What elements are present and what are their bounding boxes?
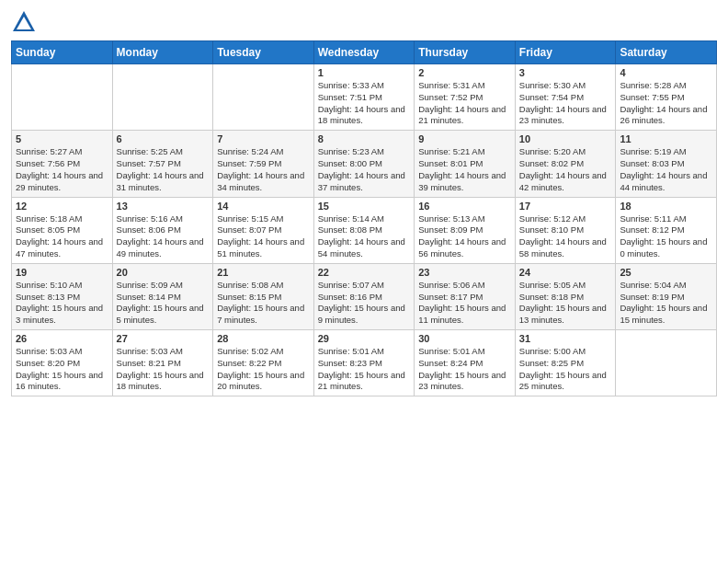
day-number: 4 xyxy=(620,67,712,78)
header-wednesday: Wednesday xyxy=(313,41,415,64)
header xyxy=(11,9,717,35)
header-sunday: Sunday xyxy=(12,41,113,64)
calendar-cell: 28Sunrise: 5:02 AM Sunset: 8:22 PM Dayli… xyxy=(213,330,314,396)
calendar-cell: 16Sunrise: 5:13 AM Sunset: 8:09 PM Dayli… xyxy=(415,197,516,263)
header-friday: Friday xyxy=(515,41,616,64)
calendar-cell: 4Sunrise: 5:28 AM Sunset: 7:55 PM Daylig… xyxy=(616,64,717,131)
weekday-header-row: Sunday Monday Tuesday Wednesday Thursday… xyxy=(12,41,717,64)
day-number: 16 xyxy=(418,201,511,212)
calendar-cell: 13Sunrise: 5:16 AM Sunset: 8:06 PM Dayli… xyxy=(112,197,213,263)
day-detail: Sunrise: 5:05 AM Sunset: 8:18 PM Dayligh… xyxy=(519,280,612,327)
day-detail: Sunrise: 5:01 AM Sunset: 8:23 PM Dayligh… xyxy=(318,346,411,393)
day-detail: Sunrise: 5:20 AM Sunset: 8:02 PM Dayligh… xyxy=(519,146,612,193)
day-detail: Sunrise: 5:23 AM Sunset: 8:00 PM Dayligh… xyxy=(318,146,411,193)
day-detail: Sunrise: 5:04 AM Sunset: 8:19 PM Dayligh… xyxy=(620,280,712,327)
calendar-cell: 14Sunrise: 5:15 AM Sunset: 8:07 PM Dayli… xyxy=(213,197,314,263)
calendar-cell: 2Sunrise: 5:31 AM Sunset: 7:52 PM Daylig… xyxy=(415,64,516,131)
day-detail: Sunrise: 5:06 AM Sunset: 8:17 PM Dayligh… xyxy=(418,280,511,327)
week-row-3: 12Sunrise: 5:18 AM Sunset: 8:05 PM Dayli… xyxy=(12,197,717,263)
calendar-cell: 10Sunrise: 5:20 AM Sunset: 8:02 PM Dayli… xyxy=(515,131,616,197)
day-detail: Sunrise: 5:07 AM Sunset: 8:16 PM Dayligh… xyxy=(318,280,411,327)
week-row-4: 19Sunrise: 5:10 AM Sunset: 8:13 PM Dayli… xyxy=(12,263,717,329)
calendar-cell: 18Sunrise: 5:11 AM Sunset: 8:12 PM Dayli… xyxy=(616,197,717,263)
calendar-cell: 12Sunrise: 5:18 AM Sunset: 8:05 PM Dayli… xyxy=(12,197,113,263)
calendar-cell: 6Sunrise: 5:25 AM Sunset: 7:57 PM Daylig… xyxy=(112,131,213,197)
day-detail: Sunrise: 5:10 AM Sunset: 8:13 PM Dayligh… xyxy=(16,280,108,327)
day-detail: Sunrise: 5:16 AM Sunset: 8:06 PM Dayligh… xyxy=(117,213,210,260)
day-number: 28 xyxy=(217,333,310,344)
day-detail: Sunrise: 5:09 AM Sunset: 8:14 PM Dayligh… xyxy=(117,280,210,327)
day-number: 12 xyxy=(16,201,108,212)
week-row-5: 26Sunrise: 5:03 AM Sunset: 8:20 PM Dayli… xyxy=(12,330,717,396)
logo xyxy=(11,9,40,35)
day-number: 11 xyxy=(620,133,712,144)
calendar-cell: 21Sunrise: 5:08 AM Sunset: 8:15 PM Dayli… xyxy=(213,263,314,329)
week-row-2: 5Sunrise: 5:27 AM Sunset: 7:56 PM Daylig… xyxy=(12,131,717,197)
day-number: 6 xyxy=(117,133,210,144)
calendar-cell xyxy=(213,64,314,131)
day-detail: Sunrise: 5:12 AM Sunset: 8:10 PM Dayligh… xyxy=(519,213,612,260)
week-row-1: 1Sunrise: 5:33 AM Sunset: 7:51 PM Daylig… xyxy=(12,64,717,131)
day-detail: Sunrise: 5:14 AM Sunset: 8:08 PM Dayligh… xyxy=(318,213,411,260)
day-number: 2 xyxy=(418,67,511,78)
day-number: 22 xyxy=(318,267,411,278)
day-number: 19 xyxy=(16,267,108,278)
day-detail: Sunrise: 5:02 AM Sunset: 8:22 PM Dayligh… xyxy=(217,346,310,393)
day-detail: Sunrise: 5:11 AM Sunset: 8:12 PM Dayligh… xyxy=(620,213,712,260)
calendar-cell: 22Sunrise: 5:07 AM Sunset: 8:16 PM Dayli… xyxy=(313,263,415,329)
day-number: 13 xyxy=(117,201,210,212)
calendar-cell: 15Sunrise: 5:14 AM Sunset: 8:08 PM Dayli… xyxy=(313,197,415,263)
day-number: 20 xyxy=(117,267,210,278)
day-detail: Sunrise: 5:24 AM Sunset: 7:59 PM Dayligh… xyxy=(217,146,310,193)
calendar-cell: 30Sunrise: 5:01 AM Sunset: 8:24 PM Dayli… xyxy=(415,330,516,396)
day-detail: Sunrise: 5:31 AM Sunset: 7:52 PM Dayligh… xyxy=(418,80,511,127)
calendar-cell: 11Sunrise: 5:19 AM Sunset: 8:03 PM Dayli… xyxy=(616,131,717,197)
day-detail: Sunrise: 5:30 AM Sunset: 7:54 PM Dayligh… xyxy=(519,80,612,127)
day-detail: Sunrise: 5:08 AM Sunset: 8:15 PM Dayligh… xyxy=(217,280,310,327)
calendar-cell: 29Sunrise: 5:01 AM Sunset: 8:23 PM Dayli… xyxy=(313,330,415,396)
day-detail: Sunrise: 5:33 AM Sunset: 7:51 PM Dayligh… xyxy=(318,80,411,127)
calendar-cell: 27Sunrise: 5:03 AM Sunset: 8:21 PM Dayli… xyxy=(112,330,213,396)
calendar-cell: 5Sunrise: 5:27 AM Sunset: 7:56 PM Daylig… xyxy=(12,131,113,197)
day-number: 10 xyxy=(519,133,612,144)
header-saturday: Saturday xyxy=(616,41,717,64)
header-tuesday: Tuesday xyxy=(213,41,314,64)
day-number: 23 xyxy=(418,267,511,278)
day-number: 18 xyxy=(620,201,712,212)
day-number: 31 xyxy=(519,333,612,344)
day-number: 30 xyxy=(418,333,511,344)
page: Sunday Monday Tuesday Wednesday Thursday… xyxy=(0,0,728,563)
day-detail: Sunrise: 5:28 AM Sunset: 7:55 PM Dayligh… xyxy=(620,80,712,127)
day-detail: Sunrise: 5:19 AM Sunset: 8:03 PM Dayligh… xyxy=(620,146,712,193)
day-number: 14 xyxy=(217,201,310,212)
calendar-cell: 9Sunrise: 5:21 AM Sunset: 8:01 PM Daylig… xyxy=(415,131,516,197)
day-detail: Sunrise: 5:13 AM Sunset: 8:09 PM Dayligh… xyxy=(418,213,511,260)
calendar-cell xyxy=(616,330,717,396)
header-monday: Monday xyxy=(112,41,213,64)
day-detail: Sunrise: 5:03 AM Sunset: 8:20 PM Dayligh… xyxy=(16,346,108,393)
day-number: 9 xyxy=(418,133,511,144)
calendar-cell: 19Sunrise: 5:10 AM Sunset: 8:13 PM Dayli… xyxy=(12,263,113,329)
day-number: 26 xyxy=(16,333,108,344)
day-detail: Sunrise: 5:25 AM Sunset: 7:57 PM Dayligh… xyxy=(117,146,210,193)
day-detail: Sunrise: 5:00 AM Sunset: 8:25 PM Dayligh… xyxy=(519,346,612,393)
calendar-cell xyxy=(12,64,113,131)
calendar-cell: 23Sunrise: 5:06 AM Sunset: 8:17 PM Dayli… xyxy=(415,263,516,329)
day-number: 17 xyxy=(519,201,612,212)
day-number: 29 xyxy=(318,333,411,344)
calendar-table: Sunday Monday Tuesday Wednesday Thursday… xyxy=(11,40,717,396)
day-number: 27 xyxy=(117,333,210,344)
logo-icon xyxy=(11,9,37,35)
day-number: 8 xyxy=(318,133,411,144)
day-detail: Sunrise: 5:01 AM Sunset: 8:24 PM Dayligh… xyxy=(418,346,511,393)
calendar-cell xyxy=(112,64,213,131)
day-number: 24 xyxy=(519,267,612,278)
day-number: 21 xyxy=(217,267,310,278)
day-detail: Sunrise: 5:18 AM Sunset: 8:05 PM Dayligh… xyxy=(16,213,108,260)
day-number: 1 xyxy=(318,67,411,78)
calendar-cell: 7Sunrise: 5:24 AM Sunset: 7:59 PM Daylig… xyxy=(213,131,314,197)
day-number: 3 xyxy=(519,67,612,78)
day-detail: Sunrise: 5:21 AM Sunset: 8:01 PM Dayligh… xyxy=(418,146,511,193)
day-number: 25 xyxy=(620,267,712,278)
day-number: 15 xyxy=(318,201,411,212)
